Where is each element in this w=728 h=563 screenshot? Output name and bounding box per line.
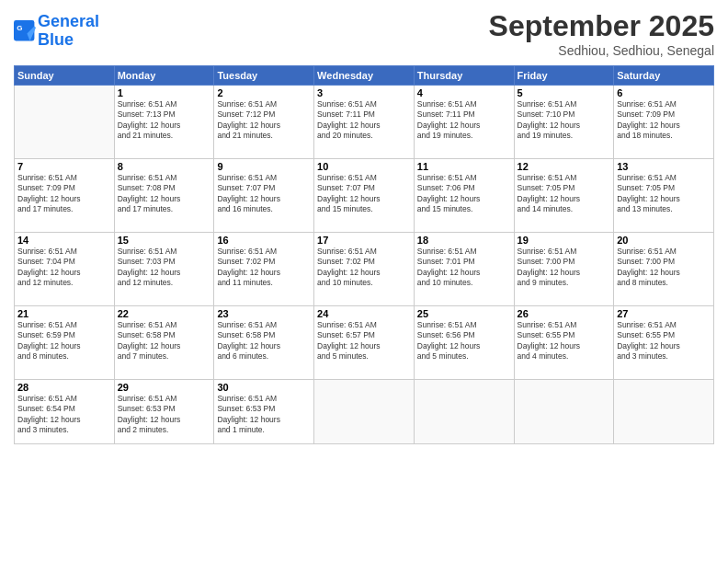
day-info: Sunrise: 6:51 AMSunset: 6:54 PMDaylight:… (17, 394, 111, 436)
day-info: Sunrise: 6:51 AMSunset: 7:01 PMDaylight:… (417, 247, 511, 289)
col-wednesday: Wednesday (314, 66, 415, 86)
table-row: 5Sunrise: 6:51 AMSunset: 7:10 PMDaylight… (514, 86, 614, 159)
col-friday: Friday (514, 66, 614, 86)
table-row: 30Sunrise: 6:51 AMSunset: 6:53 PMDayligh… (214, 380, 314, 444)
day-info: Sunrise: 6:51 AMSunset: 6:55 PMDaylight:… (518, 320, 611, 362)
day-number: 24 (317, 308, 411, 319)
table-row: 15Sunrise: 6:51 AMSunset: 7:03 PMDayligh… (114, 233, 214, 306)
day-number: 20 (617, 235, 711, 246)
day-number: 21 (17, 308, 111, 319)
day-info: Sunrise: 6:51 AMSunset: 6:55 PMDaylight:… (617, 320, 711, 362)
day-info: Sunrise: 6:51 AMSunset: 7:00 PMDaylight:… (617, 247, 711, 289)
day-info: Sunrise: 6:51 AMSunset: 7:05 PMDaylight:… (518, 173, 611, 215)
day-info: Sunrise: 6:51 AMSunset: 6:53 PMDaylight:… (217, 394, 311, 436)
day-number: 17 (317, 235, 411, 246)
day-number: 23 (217, 308, 311, 319)
day-info: Sunrise: 6:51 AMSunset: 7:02 PMDaylight:… (317, 247, 411, 289)
table-row: 14Sunrise: 6:51 AMSunset: 7:04 PMDayligh… (15, 233, 115, 306)
table-row: 25Sunrise: 6:51 AMSunset: 6:56 PMDayligh… (414, 306, 514, 380)
table-row (314, 380, 415, 444)
table-row: 26Sunrise: 6:51 AMSunset: 6:55 PMDayligh… (514, 306, 614, 380)
day-info: Sunrise: 6:51 AMSunset: 6:58 PMDaylight:… (217, 320, 311, 362)
day-number: 13 (617, 161, 711, 172)
day-number: 26 (518, 308, 611, 319)
day-number: 15 (118, 235, 211, 246)
day-info: Sunrise: 6:51 AMSunset: 6:58 PMDaylight:… (118, 320, 211, 362)
day-number: 19 (518, 235, 611, 246)
day-info: Sunrise: 6:51 AMSunset: 6:57 PMDaylight:… (317, 320, 411, 362)
day-info: Sunrise: 6:51 AMSunset: 6:53 PMDaylight:… (118, 394, 211, 436)
day-info: Sunrise: 6:51 AMSunset: 7:13 PMDaylight:… (118, 99, 211, 142)
day-info: Sunrise: 6:51 AMSunset: 7:00 PMDaylight:… (518, 247, 611, 289)
day-number: 1 (118, 87, 211, 98)
day-info: Sunrise: 6:51 AMSunset: 7:10 PMDaylight:… (518, 99, 611, 142)
col-sunday: Sunday (15, 66, 115, 86)
day-number: 9 (217, 161, 311, 172)
table-row: 2Sunrise: 6:51 AMSunset: 7:12 PMDaylight… (214, 86, 314, 159)
svg-text:G: G (17, 24, 22, 32)
title-block: September 2025 Sedhiou, Sedhiou, Senegal (489, 9, 714, 58)
day-number: 4 (417, 87, 511, 98)
table-row: 23Sunrise: 6:51 AMSunset: 6:58 PMDayligh… (214, 306, 314, 380)
day-info: Sunrise: 6:51 AMSunset: 7:07 PMDaylight:… (317, 173, 411, 215)
table-row: 10Sunrise: 6:51 AMSunset: 7:07 PMDayligh… (314, 159, 415, 233)
table-row (514, 380, 614, 444)
day-number: 10 (317, 161, 411, 172)
col-monday: Monday (114, 66, 214, 86)
day-number: 28 (17, 382, 111, 393)
table-row: 17Sunrise: 6:51 AMSunset: 7:02 PMDayligh… (314, 233, 415, 306)
day-info: Sunrise: 6:51 AMSunset: 6:59 PMDaylight:… (17, 320, 111, 362)
day-info: Sunrise: 6:51 AMSunset: 7:08 PMDaylight:… (118, 173, 211, 215)
day-number: 14 (17, 235, 111, 246)
table-row: 11Sunrise: 6:51 AMSunset: 7:06 PMDayligh… (414, 159, 514, 233)
day-info: Sunrise: 6:51 AMSunset: 6:56 PMDaylight:… (417, 320, 511, 362)
day-info: Sunrise: 6:51 AMSunset: 7:11 PMDaylight:… (417, 99, 511, 142)
table-row: 6Sunrise: 6:51 AMSunset: 7:09 PMDaylight… (614, 86, 714, 159)
day-number: 16 (217, 235, 311, 246)
table-row: 7Sunrise: 6:51 AMSunset: 7:09 PMDaylight… (15, 159, 115, 233)
table-row: 24Sunrise: 6:51 AMSunset: 6:57 PMDayligh… (314, 306, 415, 380)
table-row: 1Sunrise: 6:51 AMSunset: 7:13 PMDaylight… (114, 86, 214, 159)
table-row (15, 86, 115, 159)
calendar-table: Sunday Monday Tuesday Wednesday Thursday… (14, 65, 714, 444)
day-number: 12 (518, 161, 611, 172)
table-row: 19Sunrise: 6:51 AMSunset: 7:00 PMDayligh… (514, 233, 614, 306)
day-info: Sunrise: 6:51 AMSunset: 7:12 PMDaylight:… (217, 99, 311, 142)
day-info: Sunrise: 6:51 AMSunset: 7:04 PMDaylight:… (17, 247, 111, 289)
day-number: 22 (118, 308, 211, 319)
day-number: 2 (217, 87, 311, 98)
day-info: Sunrise: 6:51 AMSunset: 7:07 PMDaylight:… (217, 173, 311, 215)
col-thursday: Thursday (414, 66, 514, 86)
table-row: 29Sunrise: 6:51 AMSunset: 6:53 PMDayligh… (114, 380, 214, 444)
day-info: Sunrise: 6:51 AMSunset: 7:09 PMDaylight:… (17, 173, 111, 215)
table-row: 22Sunrise: 6:51 AMSunset: 6:58 PMDayligh… (114, 306, 214, 380)
day-number: 8 (118, 161, 211, 172)
table-row: 12Sunrise: 6:51 AMSunset: 7:05 PMDayligh… (514, 159, 614, 233)
day-number: 6 (617, 87, 711, 98)
day-info: Sunrise: 6:51 AMSunset: 7:11 PMDaylight:… (317, 99, 411, 142)
day-number: 29 (118, 382, 211, 393)
day-info: Sunrise: 6:51 AMSunset: 7:06 PMDaylight:… (417, 173, 511, 215)
header: G GeneralBlue September 2025 Sedhiou, Se… (14, 9, 714, 58)
page: G GeneralBlue September 2025 Sedhiou, Se… (0, 0, 728, 563)
day-number: 3 (317, 87, 411, 98)
location: Sedhiou, Sedhiou, Senegal (489, 43, 714, 58)
col-tuesday: Tuesday (214, 66, 314, 86)
day-info: Sunrise: 6:51 AMSunset: 7:09 PMDaylight:… (617, 99, 711, 142)
table-row (614, 380, 714, 444)
day-info: Sunrise: 6:51 AMSunset: 7:02 PMDaylight:… (217, 247, 311, 289)
table-row: 8Sunrise: 6:51 AMSunset: 7:08 PMDaylight… (114, 159, 214, 233)
table-row: 9Sunrise: 6:51 AMSunset: 7:07 PMDaylight… (214, 159, 314, 233)
table-row: 27Sunrise: 6:51 AMSunset: 6:55 PMDayligh… (614, 306, 714, 380)
table-row: 4Sunrise: 6:51 AMSunset: 7:11 PMDaylight… (414, 86, 514, 159)
logo-name: GeneralBlue (38, 13, 99, 50)
table-row: 21Sunrise: 6:51 AMSunset: 6:59 PMDayligh… (15, 306, 115, 380)
day-number: 25 (417, 308, 511, 319)
day-info: Sunrise: 6:51 AMSunset: 7:03 PMDaylight:… (118, 247, 211, 289)
month-title: September 2025 (489, 9, 714, 43)
table-row: 13Sunrise: 6:51 AMSunset: 7:05 PMDayligh… (614, 159, 714, 233)
table-row: 28Sunrise: 6:51 AMSunset: 6:54 PMDayligh… (15, 380, 115, 444)
logo-icon: G (14, 20, 36, 42)
table-row: 16Sunrise: 6:51 AMSunset: 7:02 PMDayligh… (214, 233, 314, 306)
calendar-header-row: Sunday Monday Tuesday Wednesday Thursday… (15, 66, 714, 86)
